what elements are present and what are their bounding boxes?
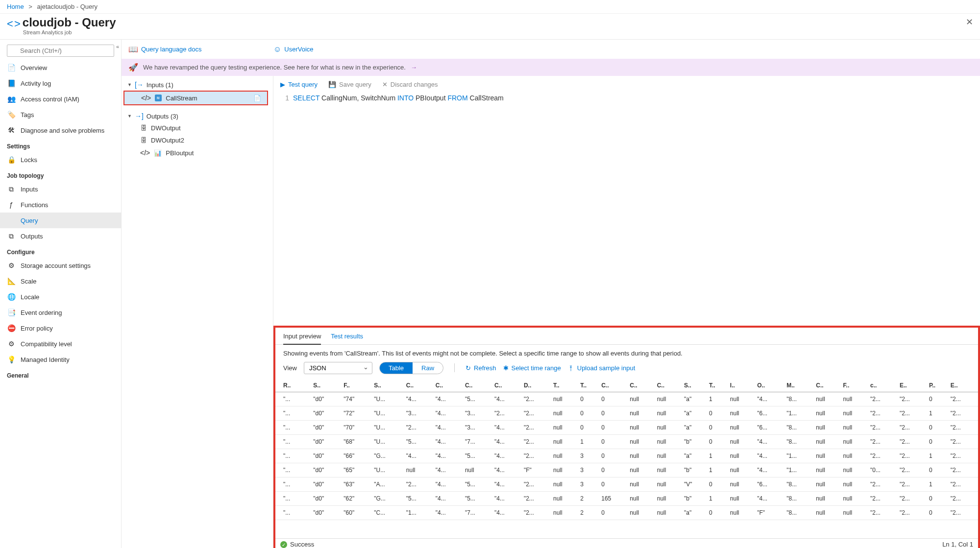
column-header[interactable]: I.. [728, 379, 755, 392]
input-callstream[interactable]: </> ≋ CallStream 📄 [123, 91, 268, 105]
arrow-right-icon[interactable]: → [411, 64, 417, 71]
play-icon: ▶ [280, 81, 285, 88]
nav-icon: ⚙ [7, 261, 16, 270]
save-query-button[interactable]: 💾Save query [328, 81, 371, 88]
page-subtitle: Stream Analytics job [23, 29, 116, 35]
upload-sample-button[interactable]: ⭱Upload sample input [568, 364, 636, 372]
nav-icon: ƒ [7, 200, 16, 209]
sidebar-item-iam[interactable]: 👥Access control (IAM) [0, 91, 121, 107]
table-row[interactable]: "..."d0""63""A..."2..."4..."5..."4..."2.… [275, 477, 978, 491]
sidebar: « 📄Overview📘Activity log👥Access control … [0, 40, 122, 548]
document-icon[interactable]: 📄 [253, 95, 261, 102]
view-toggle[interactable]: Table Raw [379, 362, 443, 374]
uservoice-link[interactable]: ☺UserVoice [273, 45, 314, 54]
column-header[interactable]: O.. [755, 379, 784, 392]
discard-button[interactable]: ✕Discard changes [382, 81, 438, 88]
output-pbioutput[interactable]: </>📊PBIoutput [123, 146, 271, 159]
sidebar-item-locks[interactable]: 🔒Locks [0, 152, 121, 167]
table-row[interactable]: "..."d0""65""U...null"4...null"4..."F"nu… [275, 463, 978, 477]
sidebar-item-activity-log[interactable]: 📘Activity log [0, 75, 121, 91]
status-success: ✓Success [280, 541, 314, 548]
column-header[interactable]: c.. [868, 379, 898, 392]
table-row[interactable]: "..."d0""62""G..."5..."4..."5..."4..."2.… [275, 491, 978, 505]
table-row[interactable]: "..."d0""60""C..."1..."4..."7..."4..."2.… [275, 505, 978, 520]
query-docs-link[interactable]: 📖Query language docs [128, 45, 202, 54]
select-time-range-button[interactable]: ✱Select time range [503, 364, 561, 372]
view-select[interactable]: JSON [304, 362, 372, 374]
upload-icon: ⭱ [568, 364, 574, 372]
output-dwoutput[interactable]: 🗄DWOutput [123, 122, 271, 134]
sidebar-item-scale[interactable]: 📐Scale [0, 273, 121, 289]
outputs-tree-header[interactable]: ▼ →] Outputs (3) [123, 110, 271, 122]
sidebar-item-query[interactable]: Query [0, 213, 121, 228]
tab-input-preview[interactable]: Input preview [283, 333, 321, 345]
sidebar-item-event-ordering[interactable]: 📑Event ordering [0, 305, 121, 320]
column-header[interactable]: S.. [311, 379, 342, 392]
column-header[interactable]: E.. [949, 379, 978, 392]
info-banner: 🚀 We have revamped the query testing exp… [122, 59, 980, 76]
column-header[interactable]: T.. [578, 379, 599, 392]
column-header[interactable]: M.. [784, 379, 814, 392]
sidebar-item-identity[interactable]: 💡Managed Identity [0, 352, 121, 367]
column-header[interactable]: C.. [404, 379, 434, 392]
breadcrumb-home[interactable]: Home [7, 3, 24, 10]
table-row[interactable]: "..."d0""70""U..."2..."4..."3..."4..."2.… [275, 420, 978, 434]
sidebar-item-overview[interactable]: 📄Overview [0, 60, 121, 75]
column-header[interactable]: E.. [898, 379, 927, 392]
page-header: < > cloudjob - Query Stream Analytics jo… [0, 14, 980, 39]
breadcrumb-current: ajetacloudjob - Query [37, 3, 98, 10]
sidebar-item-error-policy[interactable]: ⛔Error policy [0, 320, 121, 336]
toggle-table[interactable]: Table [380, 362, 413, 374]
column-header[interactable]: S.. [682, 379, 707, 392]
section-settings: Settings [0, 138, 121, 152]
column-header[interactable]: C.. [599, 379, 628, 392]
search-input[interactable] [7, 45, 114, 57]
column-header[interactable]: C.. [434, 379, 463, 392]
test-query-button[interactable]: ▶Test query [280, 81, 318, 88]
refresh-button[interactable]: ↻Refresh [466, 364, 496, 372]
chevrons-icon: < > [7, 18, 20, 30]
column-header[interactable]: D.. [522, 379, 551, 392]
code-editor[interactable]: 1 SELECT CallingNum, SwitchNum INTO PBIo… [273, 93, 980, 103]
close-icon[interactable]: ✕ [966, 17, 973, 27]
column-header[interactable]: C.. [628, 379, 655, 392]
sidebar-item-inputs[interactable]: ⧉Inputs [0, 181, 121, 197]
sidebar-item-functions[interactable]: ƒFunctions [0, 197, 121, 213]
sidebar-item-outputs[interactable]: ⧉Outputs [0, 228, 121, 244]
sidebar-item-tags[interactable]: 🏷️Tags [0, 107, 121, 122]
results-grid[interactable]: R..S..F..S..C..C..C..C..D..T..T..C..C..C… [275, 379, 978, 538]
table-row[interactable]: "..."d0""74""U..."4..."4..."5..."4..."2.… [275, 392, 978, 406]
caret-down-icon: ▼ [127, 82, 132, 87]
sidebar-item-compat[interactable]: ⚙Compatibility level [0, 336, 121, 352]
column-header[interactable]: F.. [841, 379, 868, 392]
tab-test-results[interactable]: Test results [331, 333, 363, 344]
column-header[interactable]: T.. [707, 379, 728, 392]
column-header[interactable]: C.. [814, 379, 841, 392]
editor-toolbar: ▶Test query 💾Save query ✕Discard changes [273, 76, 980, 93]
output-dwoutput2[interactable]: 🗄DWOutput2 [123, 134, 271, 146]
sidebar-item-locale[interactable]: 🌐Locale [0, 289, 121, 305]
sidebar-item-storage[interactable]: ⚙Storage account settings [0, 258, 121, 273]
column-header[interactable]: P.. [927, 379, 949, 392]
smile-icon: ☺ [273, 45, 281, 54]
nav-icon [7, 216, 16, 225]
database-icon: 🗄 [140, 125, 147, 132]
inputs-tree-header[interactable]: ▼ [→ Inputs (1) [123, 79, 271, 91]
nav-icon: ⧉ [7, 232, 16, 240]
database-icon: 🗄 [140, 137, 147, 144]
column-header[interactable]: R.. [275, 379, 311, 392]
column-header[interactable]: S.. [372, 379, 404, 392]
nav-icon: 🔒 [7, 155, 16, 164]
column-header[interactable]: C.. [492, 379, 522, 392]
table-row[interactable]: "..."d0""66""G..."4..."4..."5..."4..."2.… [275, 449, 978, 463]
section-configure: Configure [0, 244, 121, 258]
table-row[interactable]: "..."d0""68""U..."5..."4..."7..."4..."2.… [275, 434, 978, 449]
sidebar-item-diagnose[interactable]: 🛠Diagnose and solve problems [0, 122, 121, 138]
toggle-raw[interactable]: Raw [413, 362, 443, 374]
gear-icon: ✱ [503, 364, 509, 372]
column-header[interactable]: F.. [342, 379, 372, 392]
column-header[interactable]: C.. [655, 379, 682, 392]
table-row[interactable]: "..."d0""72""U..."3..."4..."3..."2..."2.… [275, 406, 978, 420]
column-header[interactable]: T.. [551, 379, 578, 392]
column-header[interactable]: C.. [463, 379, 492, 392]
